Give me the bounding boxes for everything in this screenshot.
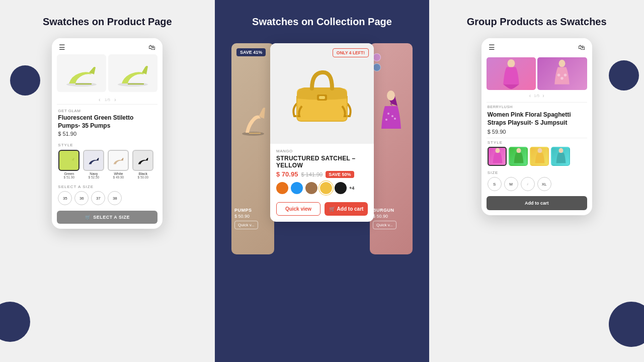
swatch-shoe-navy <box>86 153 101 167</box>
right-prev-arrow[interactable]: ‹ <box>529 93 531 99</box>
swatch-img-white <box>108 150 129 171</box>
svg-point-16 <box>564 73 567 76</box>
hamburger-icon-right[interactable]: ☰ <box>489 43 495 51</box>
add-to-cart-button[interactable]: 🛒 Add to cart <box>325 202 368 216</box>
collection-cards-container: SAVE 41% PUMPS $ 50.90 Quick v... ONL <box>231 43 413 254</box>
right-color-1 <box>373 53 381 61</box>
hamburger-icon[interactable]: ☰ <box>59 43 65 51</box>
right-price: $ 59.90 <box>481 129 592 138</box>
right-swatch-2[interactable] <box>509 147 528 166</box>
size-35[interactable]: 35 <box>58 191 72 205</box>
right-swatch-svg-4 <box>552 148 570 166</box>
cart-icon-main: 🛒 <box>329 206 335 212</box>
price-current: $ 70.95 <box>276 170 298 178</box>
svg-point-15 <box>561 77 564 80</box>
right-swatch-svg-1 <box>489 148 507 166</box>
right-product-name: Women Pink Floral Spaghetti Straps Plays… <box>481 110 592 129</box>
swatch-price-green: $ 51.90 <box>63 175 74 179</box>
svg-point-20 <box>558 148 563 153</box>
size-38[interactable]: 38 <box>108 191 122 205</box>
swatch-white[interactable]: White $ 49.90 <box>107 150 129 179</box>
select-size-button-left[interactable]: 🛒 SELECT A SIZE <box>57 211 157 224</box>
quick-view-label: Quick view <box>285 206 311 212</box>
right-img-2 <box>537 57 587 90</box>
right-size-s[interactable]: S <box>488 177 502 191</box>
cart-icon-left[interactable]: 🛍 <box>148 43 155 51</box>
svg-point-8 <box>387 113 389 115</box>
price-original: $ 141.90 <box>301 171 323 177</box>
swatch-green[interactable]: Green $ 51.90 <box>58 150 80 179</box>
collection-prices: $ 70.95 $ 141.90 SAVE 50% <box>276 170 368 178</box>
right-next-arrow[interactable]: › <box>542 93 544 99</box>
collection-main-info: MANGO STRUCTURED SATCHEL – YELLOW $ 70.9… <box>270 144 374 202</box>
more-colors-label[interactable]: +4 <box>349 186 354 191</box>
color-black[interactable] <box>335 182 347 194</box>
size-section-left: SELECT A SIZE 35 36 37 38 <box>52 182 163 208</box>
right-card-info: BURGUN $ 50.90 Quick v... <box>373 208 410 229</box>
add-to-cart-label-right: Add to cart <box>525 201 549 206</box>
size-label-left: SELECT A SIZE <box>58 185 156 189</box>
section-middle-title: Swatches on Collection Page <box>252 15 392 28</box>
add-to-cart-label: Add to cart <box>337 206 364 212</box>
cta-label-left: SELECT A SIZE <box>93 215 130 220</box>
dress-svg-2 <box>549 59 575 89</box>
color-blue[interactable] <box>291 182 303 194</box>
swatch-black[interactable]: Black $ 50.00 <box>132 150 154 179</box>
next-arrow[interactable]: › <box>114 97 116 103</box>
deco-bottom-right <box>609 302 644 347</box>
only-badge: ONLY 4 LEFT! <box>333 48 369 57</box>
swatch-shoe-black <box>135 153 150 167</box>
product-price-left: $ 51.90 <box>58 131 156 137</box>
collection-card-left: SAVE 41% PUMPS $ 50.90 Quick v... <box>231 43 274 254</box>
right-color-2 <box>373 63 381 71</box>
svg-point-14 <box>557 73 560 76</box>
right-card-img-area <box>370 58 413 169</box>
right-size-xl[interactable]: XL <box>537 177 551 191</box>
style-label-left: STYLE <box>58 143 156 147</box>
cart-icon-right[interactable]: 🛍 <box>578 43 585 51</box>
deco-top-right <box>609 60 639 90</box>
swatch-navy[interactable]: Navy $ 52.50 <box>83 150 105 179</box>
section-product-page: Swatches on Product Page ☰ 🛍 <box>0 0 215 362</box>
color-swatches-row: +4 <box>276 182 368 194</box>
right-quick-btn[interactable]: Quick v... <box>373 221 396 229</box>
section-group-products: Group Products as Swatches ☰ 🛍 <box>429 0 644 362</box>
collection-card-right: BURGUN $ 50.90 Quick v... <box>370 43 413 254</box>
svg-point-12 <box>508 59 515 67</box>
right-size-l: / <box>521 177 535 191</box>
size-37[interactable]: 37 <box>91 191 105 205</box>
swatch-img-green <box>58 150 79 171</box>
left-quick-btn[interactable]: Quick v... <box>234 221 258 229</box>
svg-point-7 <box>387 90 395 101</box>
swatch-name-white: White <box>114 172 123 175</box>
add-to-cart-button-right[interactable]: Add to cart <box>487 196 587 210</box>
phone-mockup-left: ☰ 🛍 <box>52 38 163 229</box>
deco-bottom-left <box>0 302 30 342</box>
quick-view-button[interactable]: Quick view <box>276 202 320 216</box>
right-swatch-3[interactable] <box>530 147 549 166</box>
right-card-name: BURGUN <box>373 208 410 213</box>
color-brown[interactable] <box>305 182 317 194</box>
swatch-price-white: $ 49.90 <box>113 175 124 179</box>
prev-arrow[interactable]: ‹ <box>99 97 101 103</box>
right-size-m[interactable]: M <box>504 177 518 191</box>
right-swatch-1[interactable] <box>488 147 507 166</box>
right-card-colors <box>373 53 381 71</box>
right-img-1 <box>487 57 536 90</box>
right-sizes-row: S M / XL <box>481 177 592 194</box>
right-size-label: SIZE <box>481 169 592 177</box>
size-36[interactable]: 36 <box>74 191 89 205</box>
phone-nav-row: ‹ 1/5 › <box>52 95 163 104</box>
swatch-price-black: $ 50.00 <box>137 175 148 179</box>
color-orange[interactable] <box>276 182 288 194</box>
dress-svg-1 <box>499 59 524 89</box>
product-image-1 <box>57 54 106 92</box>
swatch-shoe-green <box>61 153 76 167</box>
right-swatch-4[interactable] <box>551 147 570 166</box>
product-image-2 <box>108 54 157 92</box>
right-swatch-svg-3 <box>531 148 549 166</box>
product-name-left: Fluorescent Green Stiletto Pumps- 35 Pum… <box>58 114 156 130</box>
svg-point-13 <box>559 59 566 67</box>
color-yellow[interactable] <box>320 182 332 194</box>
cart-icon-btn: 🛒 <box>85 215 91 220</box>
